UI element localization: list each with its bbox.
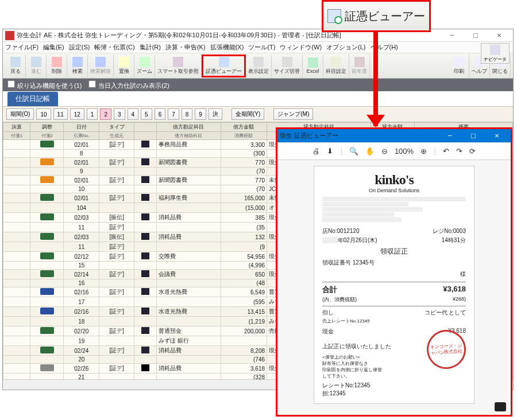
- navigator-icon: [490, 45, 500, 55]
- toolbar-進む[interactable]: 進む: [26, 55, 47, 77]
- toolbar-検索[interactable]: 検索: [67, 55, 88, 77]
- filter-checkbox-2[interactable]: 当日入力仕訳のみ表示(2): [88, 80, 169, 90]
- tab-strip: 仕訳日記帳: [3, 91, 513, 106]
- menu-item[interactable]: 編集(E): [43, 43, 64, 52]
- viewer-close-button[interactable]: ×: [485, 131, 508, 141]
- menu-item[interactable]: ウィンドウ(W): [280, 43, 322, 52]
- maximize-button[interactable]: □: [464, 30, 487, 41]
- period-month-11[interactable]: 11: [53, 108, 68, 120]
- navigator-button[interactable]: ナビゲータ: [481, 43, 510, 64]
- download-icon[interactable]: ⬇: [327, 147, 333, 155]
- minimize-button[interactable]: −: [441, 30, 464, 41]
- toolbar-印刷[interactable]: 印刷: [449, 55, 469, 77]
- toolbar-スマート取引参照[interactable]: スマート取引参照: [155, 55, 202, 77]
- rotate-ccw-icon[interactable]: ↶: [443, 147, 449, 155]
- zoom-in-icon[interactable]: ⊕: [420, 147, 427, 155]
- menu-item[interactable]: ツール(T): [248, 43, 275, 52]
- menu-item[interactable]: オプション(L): [326, 43, 365, 52]
- close-button[interactable]: ×: [488, 30, 511, 41]
- viewer-canvas[interactable]: kinko's On Demand Solutions 店No:0012120レ…: [277, 160, 511, 415]
- menu-item[interactable]: 帳簿・伝票(C): [94, 43, 134, 52]
- filter-checkbox-1[interactable]: 絞り込み機能を使う(1): [7, 80, 82, 90]
- menubar: ファイル(F)編集(E)設定(S)帳簿・伝票(C)集計(R)決算・申告(K)拡張…: [3, 42, 513, 53]
- callout-arrow: [373, 32, 378, 126]
- callout-label: 証憑ビューアー: [345, 9, 425, 24]
- toolbar-Excel[interactable]: Excel: [303, 55, 323, 77]
- toolbar-表示設定[interactable]: 表示設定: [246, 55, 272, 77]
- app-icon: [5, 31, 14, 40]
- receipt-brand: kinko's: [322, 172, 466, 188]
- period-month-3[interactable]: 3: [114, 108, 125, 120]
- period-month-8[interactable]: 8: [182, 108, 193, 120]
- period-month-決[interactable]: 決: [209, 108, 222, 120]
- viewer-title: 弥生 証憑ビューアー: [280, 131, 438, 140]
- viewer-minimize-button[interactable]: −: [438, 131, 461, 141]
- toolbar-証憑ビューアー[interactable]: 証憑ビューアー: [202, 55, 246, 77]
- jump-button[interactable]: ジャンプ(M): [273, 108, 313, 120]
- toolbar-サイズ切替[interactable]: サイズ切替: [272, 55, 303, 77]
- period-all-button[interactable]: 全期間(Y): [232, 108, 264, 120]
- viewer-icon: [327, 9, 341, 23]
- period-month-2[interactable]: 2: [100, 108, 111, 120]
- period-month-9[interactable]: 9: [195, 108, 206, 120]
- period-month-4[interactable]: 4: [128, 108, 139, 120]
- toolbar-置換[interactable]: 置換: [114, 55, 134, 77]
- refresh-icon[interactable]: ⟳: [469, 147, 476, 155]
- toolbar-ズーム[interactable]: ズーム: [134, 55, 155, 77]
- chat-icon[interactable]: [495, 402, 506, 411]
- zoom-out-icon[interactable]: ⊖: [381, 147, 388, 155]
- menu-item[interactable]: 拡張機能(X): [210, 43, 244, 52]
- menu-item[interactable]: ファイル(F): [5, 43, 38, 52]
- titlebar: 弥生会計 AE - 株式会社 弥生トレーディング・第5期(令和02年10月01日…: [3, 29, 513, 42]
- viewer-maximize-button[interactable]: □: [462, 131, 485, 141]
- menu-item[interactable]: 集計(R): [140, 43, 161, 52]
- toolbar-科目設定[interactable]: 科目設定: [323, 55, 349, 77]
- print-icon[interactable]: 🖨: [312, 147, 320, 155]
- evidence-viewer-window: 弥生 証憑ビューアー − □ × 🖨 ⬇ | 🔍 ✋ ⊖ 100% ⊕ | ↶ …: [276, 127, 512, 417]
- toolbar-削除[interactable]: 削除: [47, 55, 67, 77]
- filter-bar: 絞り込み機能を使う(1) 当日入力仕訳のみ表示(2): [3, 79, 513, 91]
- zoom-level: 100%: [395, 147, 414, 155]
- period-bar: 期間(O)101112123456789決全期間(Y)ジャンプ(M): [3, 106, 513, 122]
- period-month-1[interactable]: 1: [87, 108, 98, 120]
- menu-item[interactable]: 設定(S): [69, 43, 90, 52]
- viewer-toolbar: 🖨 ⬇ | 🔍 ✋ ⊖ 100% ⊕ | ↶ ↷ ⟳: [277, 143, 511, 160]
- period-month-6[interactable]: 6: [155, 108, 166, 120]
- receipt-document: kinko's On Demand Solutions 店No:0012120レ…: [314, 166, 474, 404]
- tab-journal[interactable]: 仕訳日記帳: [7, 92, 58, 106]
- callout-viewer-button: 証憑ビューアー: [322, 0, 431, 32]
- period-label-button[interactable]: 期間(O): [6, 108, 34, 120]
- period-month-12[interactable]: 12: [70, 108, 84, 120]
- search-icon[interactable]: 🔍: [349, 147, 358, 155]
- toolbar-前年度[interactable]: 前年度: [349, 55, 370, 77]
- hand-icon[interactable]: ✋: [365, 147, 375, 155]
- rotate-cw-icon[interactable]: ↷: [456, 147, 462, 155]
- menu-item[interactable]: 決算・申告(K): [165, 43, 206, 52]
- period-month-5[interactable]: 5: [141, 108, 152, 120]
- period-month-7[interactable]: 7: [168, 108, 179, 120]
- viewer-titlebar: 弥生 証憑ビューアー − □ ×: [277, 129, 511, 143]
- toolbar-検索解除[interactable]: 検索解除: [88, 55, 114, 77]
- period-month-10[interactable]: 10: [36, 108, 51, 120]
- receipt-tagline: On Demand Solutions: [322, 188, 466, 193]
- toolbar: 戻る進む削除検索検索解除置換ズームスマート取引参照証憑ビューアー表示設定サイズ切…: [3, 53, 513, 79]
- toolbar-戻る[interactable]: 戻る: [5, 55, 26, 77]
